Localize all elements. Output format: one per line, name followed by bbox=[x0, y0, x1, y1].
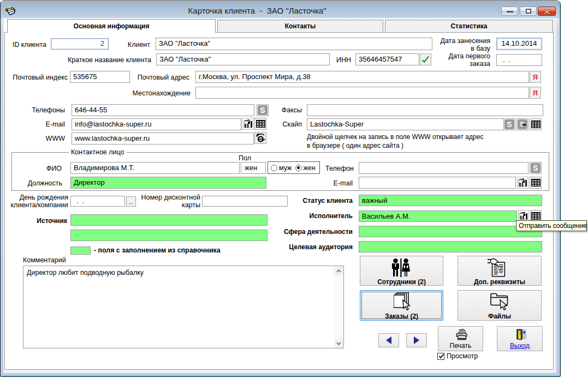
svg-text:S: S bbox=[533, 164, 538, 172]
svg-text:S: S bbox=[507, 120, 512, 129]
